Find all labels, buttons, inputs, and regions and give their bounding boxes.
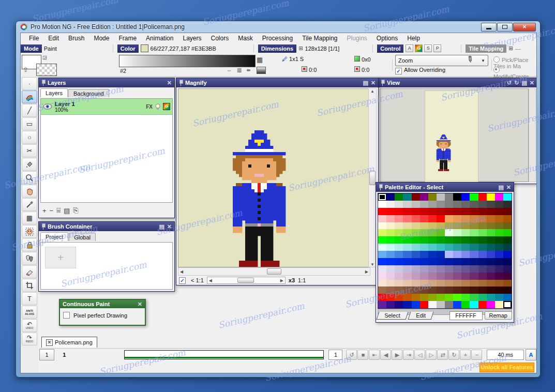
close-icon[interactable]: ✕ [167, 224, 172, 230]
next-frame-button[interactable]: ▶ [392, 350, 402, 360]
gradient-shift-icon[interactable]: ⇻ [246, 67, 250, 73]
palette-color-15-4[interactable] [412, 301, 420, 308]
title-bar[interactable]: Pro Motion NG - Free Edition : Untitled … [16, 21, 540, 33]
view-vscrollbar[interactable] [529, 88, 536, 182]
palette-color-9-11[interactable] [470, 258, 478, 265]
palette-color-1-3[interactable] [403, 201, 411, 208]
repeat-button[interactable]: ↻ [448, 350, 459, 360]
palette-color-5-3[interactable] [403, 229, 411, 236]
slider-left-icon[interactable]: ◀ [207, 278, 214, 283]
slider-thumb[interactable] [237, 278, 254, 283]
palette-color-4-9[interactable] [453, 222, 461, 230]
palette-color-14-15[interactable] [503, 294, 512, 301]
palette-color-1-1[interactable] [386, 201, 395, 208]
control-p-icon[interactable]: P [433, 44, 441, 52]
palette-color-13-13[interactable] [487, 287, 495, 294]
palette-color-14-2[interactable] [395, 294, 403, 301]
allow-overriding-checkbox[interactable]: ✓Allow Overriding [395, 67, 445, 74]
grid-tool[interactable]: ▦ [22, 212, 37, 224]
scroll-thumb[interactable] [267, 268, 281, 275]
palette-color-8-3[interactable] [403, 251, 411, 258]
palette-color-8-5[interactable] [420, 251, 428, 258]
palette-color-3-7[interactable] [437, 215, 445, 222]
rectangle-tool[interactable]: ▭ [22, 117, 37, 130]
menu-options[interactable]: Options [372, 34, 402, 43]
brush-container-titlebar[interactable]: Brush Container ▤ ✕ [39, 222, 174, 231]
tile-mapping-icon[interactable]: ⊞ [508, 46, 513, 51]
palette-color-9-5[interactable] [420, 258, 428, 265]
frame-1-button[interactable]: 1 [39, 349, 54, 360]
scroll-right-icon[interactable]: ▶ [364, 269, 370, 274]
palette-color-11-8[interactable] [445, 273, 453, 280]
palette-color-2-7[interactable] [437, 208, 445, 215]
layer-export-icon[interactable]: ⎘ [73, 206, 78, 215]
crop-tool[interactable] [22, 279, 37, 292]
palette-color-11-0[interactable] [378, 273, 386, 280]
eyedropper-tool[interactable] [22, 198, 37, 211]
palette-color-3-14[interactable] [495, 215, 503, 222]
rotate-cw-icon[interactable]: ↻ [514, 80, 519, 86]
palette-color-13-0[interactable] [378, 287, 386, 294]
palette-color-0-4[interactable] [412, 193, 420, 201]
menu-frame[interactable]: Frame [114, 34, 141, 43]
menu-processing[interactable]: Processing [258, 34, 297, 43]
palette-color-10-12[interactable] [478, 265, 487, 273]
fill-tool[interactable] [22, 158, 37, 171]
palette-color-10-2[interactable] [395, 265, 403, 273]
palette-color-9-9[interactable] [453, 258, 461, 265]
palette-color-4-13[interactable] [487, 222, 495, 230]
palette-color-10-0[interactable] [378, 265, 386, 273]
palette-color-10-8[interactable] [445, 265, 453, 273]
palette-color-3-4[interactable] [412, 215, 420, 222]
palette-color-9-12[interactable] [478, 258, 487, 265]
palette-color-7-15[interactable] [503, 244, 512, 251]
palette-color-6-12[interactable] [478, 236, 487, 244]
palette-color-12-8[interactable] [445, 280, 453, 287]
palette-color-5-11[interactable] [470, 229, 478, 236]
auto-button[interactable]: A [526, 349, 536, 360]
palette-color-8-2[interactable] [395, 251, 403, 258]
loop-button[interactable]: ↺ [346, 350, 357, 360]
palette-color-12-11[interactable] [470, 280, 478, 287]
gradient-table-icon[interactable]: ▦ [257, 56, 263, 64]
palette-color-6-13[interactable] [487, 236, 495, 244]
palette-color-6-8[interactable] [445, 236, 453, 244]
close-icon[interactable]: ✕ [506, 185, 511, 190]
palette-color-15-8[interactable] [445, 301, 453, 308]
palette-color-4-14[interactable] [495, 222, 503, 230]
palette-color-3-1[interactable] [386, 215, 395, 222]
palette-color-4-3[interactable] [403, 222, 411, 230]
file-tab-policeman[interactable]: ✕ Policeman.png [41, 337, 97, 348]
tab-background[interactable]: Background [68, 89, 109, 97]
palette-color-11-1[interactable] [386, 273, 395, 280]
palette-color-5-14[interactable] [495, 229, 503, 236]
stencil-tool[interactable] [22, 225, 37, 238]
palette-color-15-11[interactable] [470, 301, 478, 308]
palette-color-7-7[interactable] [437, 244, 445, 251]
ratio-checkbox[interactable]: ✓ [179, 277, 186, 284]
pixel-art-policeman[interactable] [223, 130, 295, 267]
palette-color-3-2[interactable] [395, 215, 403, 222]
gradient-swap-icon[interactable]: ⇔ [227, 67, 232, 73]
minimize-button[interactable] [481, 23, 497, 32]
palette-color-3-13[interactable] [487, 215, 495, 222]
palette-color-3-11[interactable] [470, 215, 478, 222]
palette-color-15-1[interactable] [386, 301, 395, 308]
first-frame-button[interactable]: ⇤ [369, 350, 380, 360]
rotate-ccw-icon[interactable]: ↺ [507, 80, 512, 86]
palette-color-5-6[interactable] [428, 229, 437, 236]
palette-color-2-0[interactable] [378, 208, 386, 215]
palette-color-6-7[interactable] [437, 236, 445, 244]
palette-color-1-6[interactable] [428, 201, 437, 208]
zoom-slider[interactable]: ◀ ▶ [207, 277, 286, 284]
palette-color-1-13[interactable] [487, 201, 495, 208]
palette-color-14-10[interactable] [461, 294, 470, 301]
palette-color-2-14[interactable] [495, 208, 503, 215]
palette-color-4-8[interactable] [445, 222, 453, 230]
palette-color-12-2[interactable] [395, 280, 403, 287]
ellipse-tool[interactable]: ○ [22, 131, 37, 144]
palette-color-3-9[interactable] [453, 215, 461, 222]
palette-color-8-10[interactable] [461, 251, 470, 258]
tab-edit[interactable]: Edit [408, 312, 433, 320]
palette-color-13-14[interactable] [495, 287, 503, 294]
